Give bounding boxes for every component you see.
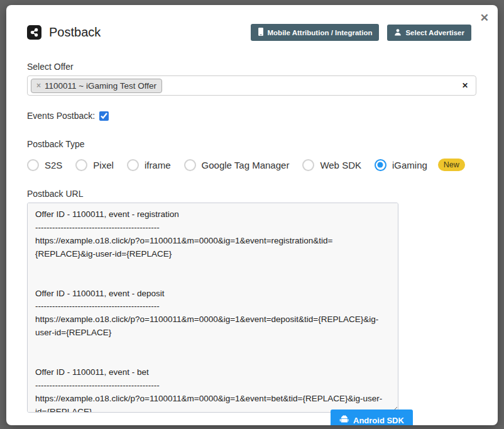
radio-circle-icon[interactable] (375, 159, 386, 171)
selected-offer-tag[interactable]: × 1100011 ~ iGaming Test Offer (31, 79, 162, 93)
radio-circle-icon[interactable] (127, 159, 139, 171)
events-postback-label: Events Postback: (27, 111, 95, 121)
radio-circle-icon[interactable] (302, 159, 314, 171)
selected-offer-label: 1100011 ~ iGaming Test Offer (45, 81, 156, 91)
radio-label: Web SDK (320, 160, 361, 170)
radio-circle-icon[interactable] (27, 159, 39, 171)
new-badge: New (438, 159, 465, 171)
postback-type-label: Postback Type (27, 139, 476, 149)
mobile-attribution-label: Mobile Attribution / Integration (268, 29, 373, 36)
radio-label: iframe (145, 160, 171, 170)
radio-pixel[interactable]: Pixel (75, 159, 114, 171)
select-offer-input[interactable]: × 1100011 ~ iGaming Test Offer ✕ (27, 75, 476, 96)
radio-igaming[interactable]: iGaming (375, 159, 427, 171)
radio-web-sdk[interactable]: Web SDK (302, 159, 361, 171)
radio-circle-icon[interactable] (184, 159, 196, 171)
events-postback-row: Events Postback: (27, 111, 476, 121)
android-sdk-label: Android SDK (353, 416, 404, 425)
android-sdk-button[interactable]: Android SDK (331, 410, 413, 425)
modal-header: Postback Mobile Attribution / Integratio… (27, 24, 476, 41)
select-advertiser-button[interactable]: Select Advertiser (387, 25, 471, 41)
mobile-icon (258, 28, 264, 37)
radio-s2s[interactable]: S2S (27, 159, 62, 171)
postback-type-options: S2S Pixel iframe Google Tag Manager Web … (27, 159, 476, 171)
radio-iframe[interactable]: iframe (127, 159, 171, 171)
header-buttons: Mobile Attribution / Integration Select … (251, 24, 472, 41)
radio-label: Pixel (93, 160, 114, 170)
page-title: Postback (49, 25, 101, 40)
postback-url-textarea[interactable] (27, 203, 398, 413)
postback-modal: ✕ Postback (6, 5, 498, 425)
radio-label: Google Tag Manager (202, 160, 290, 170)
advertiser-icon (394, 28, 402, 37)
radio-label: S2S (45, 160, 62, 170)
select-offer-label: Select Offer (27, 62, 476, 72)
radio-google-tag-manager[interactable]: Google Tag Manager (184, 159, 290, 171)
title-wrap: Postback (27, 25, 101, 40)
clear-selection-icon[interactable]: ✕ (462, 81, 468, 90)
close-icon[interactable]: ✕ (480, 13, 489, 23)
select-advertiser-label: Select Advertiser (405, 29, 464, 36)
radio-label: iGaming (392, 160, 427, 170)
radio-circle-icon[interactable] (75, 159, 87, 171)
tag-remove-icon[interactable]: × (36, 81, 41, 90)
postback-url-label: Postback URL (27, 189, 476, 199)
mobile-attribution-button[interactable]: Mobile Attribution / Integration (251, 24, 380, 41)
share-icon (27, 25, 41, 40)
events-postback-checkbox[interactable] (99, 111, 109, 121)
android-icon (339, 415, 349, 425)
